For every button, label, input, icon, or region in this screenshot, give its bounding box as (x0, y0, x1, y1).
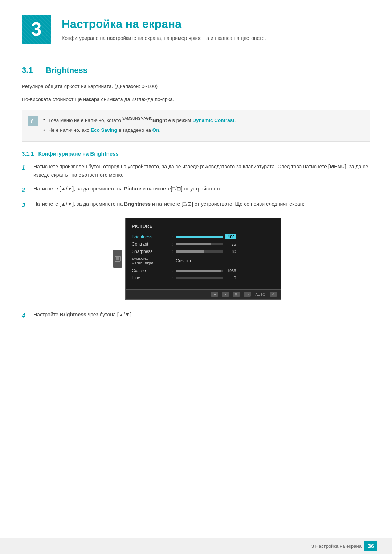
note-item-2: Не е налично, ако Eco Saving е зададено … (43, 126, 236, 135)
coarse-label: Coarse (132, 268, 172, 273)
monitor-side-icon (113, 250, 122, 268)
step-4: 4 Настройте Brightness чрез бутона [▲/▼]… (22, 311, 370, 321)
step-1-text: Натиснете произволен бутон отпред на уст… (33, 163, 370, 180)
subsection-heading: 3.1.1 Конфигуриране на Brightness (22, 151, 370, 157)
chapter-title-block: Настройка на екрана Конфигуриране на нас… (62, 15, 266, 42)
monitor-btn-2: ■ (222, 292, 229, 297)
page-footer: 3 Настройка на екрана 36 (0, 538, 392, 554)
sharpness-label: Sharpness (132, 249, 172, 254)
monitor-bottom-bar: ◄ ■ ⊞ ▭ AUTO ⊙ (125, 290, 281, 300)
subsection-title: Конфигуриране на Brightness (38, 151, 119, 157)
fine-label: Fine (132, 275, 172, 280)
monitor-item-sharpness: Sharpness : 60 (132, 248, 275, 255)
monitor-item-coarse: Coarse : 1936 (132, 267, 275, 274)
step-2-text: Натиснете [▲/▼], за да преминете на Pict… (33, 185, 370, 193)
step-4-text: Настройте Brightness чрез бутона [▲/▼]. (33, 311, 370, 319)
step-4-container: 4 Настройте Brightness чрез бутона [▲/▼]… (22, 311, 370, 321)
monitor-menu-title: PICTURE (132, 223, 275, 230)
section-description1: Регулира общата яркост на картината. (Ди… (22, 82, 370, 91)
monitor-item-contrast: Contrast : 75 (132, 241, 275, 248)
svg-rect-0 (28, 116, 38, 126)
section-title: Brightness (46, 66, 87, 75)
monitor-item-brightness: Brightness : 100 (132, 233, 275, 241)
subsection-number: 3.1.1 (22, 151, 34, 157)
step-3-text: Натиснете [▲/▼], за да преминете на Brig… (33, 200, 370, 209)
step-2: 2 Натиснете [▲/▼], за да преминете на Pi… (22, 185, 370, 195)
chapter-title: Настройка на екрана (62, 17, 266, 31)
step-2-number: 2 (22, 185, 30, 195)
magic-bright-label: SAMSUNG MAGIC Bright (132, 256, 172, 266)
footer-page-number: 36 (364, 541, 377, 551)
monitor-btn-3: ⊞ (233, 292, 240, 297)
note-icon: ℹ (28, 116, 38, 126)
chapter-subtitle: Конфигуриране на настройките на екрана, … (62, 34, 266, 42)
monitor-menu-items: Brightness : 100 Contrast : (132, 233, 275, 282)
section-heading: 3.1 Brightness (22, 66, 370, 75)
brightness-label: Brightness (132, 234, 172, 239)
monitor-container: PICTURE Brightness : 100 (36, 218, 370, 300)
magic-bright-value: Custom (176, 258, 191, 263)
monitor-btn-1: ◄ (211, 292, 218, 297)
step-1-number: 1 (22, 163, 30, 173)
note-box: ℹ Това меню не е налично, когато SAMSUNG… (22, 110, 370, 142)
step-1: 1 Натиснете произволен бутон отпред на у… (22, 163, 370, 180)
monitor-btn-5: ⊙ (270, 292, 277, 297)
monitor-item-magic-bright: SAMSUNG MAGIC Bright : Custom (132, 255, 275, 267)
chapter-header: 3 Настройка на екрана Конфигуриране на н… (0, 0, 392, 51)
steps-container: 1 Натиснете произволен бутон отпред на у… (22, 163, 370, 210)
monitor-item-fine: Fine : 0 (132, 274, 275, 282)
monitor-btn-4: ▭ (244, 292, 251, 297)
section-description2: По-високата стойност ще накара снимката … (22, 95, 370, 104)
contrast-label: Contrast (132, 242, 172, 247)
note-bullets: Това меню не е налично, когато SAMSUNGMA… (43, 115, 236, 136)
footer-chapter-label: 3 Настройка на екрана (311, 543, 362, 549)
note-item-1: Това меню не е налично, когато SAMSUNGMA… (43, 115, 236, 125)
step-4-number: 4 (22, 311, 30, 321)
main-content: 3.1 Brightness Регулира общата яркост на… (0, 62, 392, 355)
monitor-screen: PICTURE Brightness : 100 (125, 218, 281, 290)
step-3: 3 Натиснете [▲/▼], за да преминете на Br… (22, 200, 370, 210)
monitor-outer: PICTURE Brightness : 100 (125, 218, 281, 300)
step-3-number: 3 (22, 200, 30, 210)
section-number: 3.1 (22, 66, 40, 75)
chapter-number: 3 (22, 15, 51, 44)
